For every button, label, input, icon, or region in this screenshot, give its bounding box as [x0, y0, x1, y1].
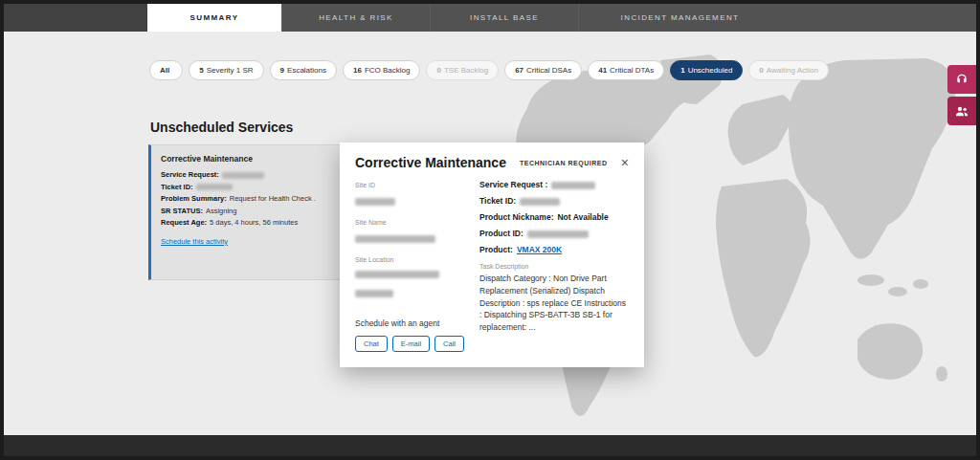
filter-count: 41 [598, 66, 607, 75]
modal-field-product-id: Product ID: [479, 229, 629, 238]
filter-count: 1 [680, 66, 684, 75]
site-location-label: Site Location [355, 256, 470, 263]
content-area: All 5Severity 1 SR 9Escalations 16FCO Ba… [4, 32, 976, 435]
filter-label: Severity 1 SR [207, 66, 254, 75]
redacted-value [222, 172, 264, 179]
tab-install-base[interactable]: INSTALL BASE [430, 4, 578, 32]
modal-field-service-request: Service Request : [479, 180, 629, 189]
filter-count: 0 [436, 66, 440, 75]
redacted-value [355, 235, 435, 243]
filter-label: Critical DSAs [526, 66, 571, 75]
field-label: Product Nickname: [479, 212, 553, 222]
filter-label: Unscheduled [688, 66, 733, 75]
tab-label: SUMMARY [190, 13, 239, 22]
modal-detail-column: Service Request : Ticket ID: Product Nic… [470, 180, 629, 352]
filter-label: Critical DTAs [610, 66, 654, 75]
filter-bar: All 5Severity 1 SR 9Escalations 16FCO Ba… [149, 60, 829, 80]
filter-label: Escalations [287, 66, 326, 75]
redacted-value [527, 230, 589, 238]
site-name-label: Site Name [355, 219, 470, 226]
tab-label: INCIDENT MANAGEMENT [621, 13, 740, 22]
field-label: SR STATUS: [161, 207, 203, 215]
modal-title: Corrective Maintenance [355, 155, 506, 170]
schedule-activity-link[interactable]: Schedule this activity [161, 237, 228, 246]
bottom-bar [4, 435, 976, 456]
task-description-label: Task Description [479, 263, 629, 270]
product-link[interactable]: VMAX 200K [517, 245, 562, 254]
filter-label: All [160, 66, 169, 75]
filter-escalations[interactable]: 9Escalations [270, 60, 337, 80]
app-window: SUMMARY HEALTH & RISK INSTALL BASE INCID… [0, 0, 980, 460]
modal-field-product: Product:VMAX 200K [479, 245, 629, 254]
field-label: Service Request : [479, 180, 547, 189]
redacted-value [551, 182, 595, 189]
filter-critical-dtas[interactable]: 41Critical DTAs [588, 60, 664, 80]
service-detail-modal: Corrective Maintenance TECHNICIAN REQUIR… [340, 142, 644, 367]
filter-label: FCO Backlog [365, 66, 411, 75]
chat-button[interactable]: Chat [355, 336, 388, 352]
filter-fco-backlog[interactable]: 16FCO Backlog [343, 60, 420, 80]
modal-site-column: Site ID Site Name Site Location Schedule… [355, 180, 470, 352]
technician-required-badge: TECHNICIAN REQUIRED [520, 160, 608, 166]
field-label: Ticket ID: [479, 196, 516, 206]
field-label: Ticket ID: [161, 183, 193, 191]
close-icon[interactable]: × [621, 156, 629, 169]
tab-label: INSTALL BASE [470, 13, 539, 22]
filter-label: TSE Backlog [444, 66, 488, 75]
redacted-value [355, 198, 395, 206]
filter-count: 67 [515, 66, 523, 75]
field-value: Request for Health Check . [230, 194, 316, 203]
top-tab-bar: SUMMARY HEALTH & RISK INSTALL BASE INCID… [4, 4, 976, 32]
field-label: Request Age: [161, 218, 207, 227]
side-action-rail [947, 65, 976, 125]
field-value: 5 days, 4 hours, 56 minutes [210, 218, 298, 227]
people-icon [954, 103, 969, 119]
filter-awaiting-action: 0Awaiting Action [748, 60, 829, 80]
filter-label: Awaiting Action [767, 66, 818, 75]
redacted-value [355, 290, 393, 297]
headset-icon [954, 72, 969, 87]
filter-all[interactable]: All [149, 60, 183, 80]
site-id-label: Site ID [355, 182, 470, 188]
filter-critical-dsas[interactable]: 67Critical DSAs [504, 60, 582, 80]
email-button[interactable]: E-mail [392, 336, 430, 352]
filter-count: 5 [199, 66, 203, 75]
redacted-value [355, 271, 439, 278]
tab-incident-management[interactable]: INCIDENT MANAGEMENT [578, 4, 781, 32]
filter-count: 16 [353, 66, 362, 75]
field-label: Product ID: [479, 229, 523, 238]
tab-health-risk[interactable]: HEALTH & RISK [281, 4, 430, 32]
tab-label: HEALTH & RISK [319, 13, 393, 22]
field-value: Assigning [206, 207, 237, 215]
filter-unscheduled[interactable]: 1Unscheduled [670, 60, 743, 80]
agent-contact-buttons: Chat E-mail Call [355, 336, 470, 352]
field-label: Product: [479, 245, 513, 254]
task-description-text: Dispatch Category : Non Drive Part Repla… [479, 273, 629, 334]
redacted-value [196, 184, 233, 190]
support-headset-button[interactable] [947, 65, 976, 94]
card-title: Corrective Maintenance [161, 154, 253, 164]
field-value: Not Available [557, 212, 608, 222]
modal-field-product-nickname: Product Nickname:Not Available [479, 212, 629, 222]
field-label: Problem Summary: [161, 194, 227, 203]
modal-header: Corrective Maintenance TECHNICIAN REQUIR… [355, 155, 629, 170]
field-label: Service Request: [161, 170, 219, 179]
page-title: Unscheduled Services [150, 120, 293, 135]
filter-severity-1-sr[interactable]: 5Severity 1 SR [189, 60, 263, 80]
modal-body: Site ID Site Name Site Location Schedule… [355, 180, 629, 352]
tab-summary[interactable]: SUMMARY [147, 4, 281, 32]
call-button[interactable]: Call [434, 336, 464, 352]
filter-count: 9 [280, 66, 284, 75]
topbar-left-block [4, 4, 147, 32]
schedule-agent-label: Schedule with an agent [355, 318, 470, 328]
app-frame: SUMMARY HEALTH & RISK INSTALL BASE INCID… [4, 4, 976, 456]
filter-count: 0 [759, 66, 763, 75]
contacts-button[interactable] [947, 97, 976, 125]
redacted-value [520, 198, 560, 206]
filter-tse-backlog: 0TSE Backlog [426, 60, 499, 80]
modal-field-ticket-id: Ticket ID: [479, 196, 629, 206]
